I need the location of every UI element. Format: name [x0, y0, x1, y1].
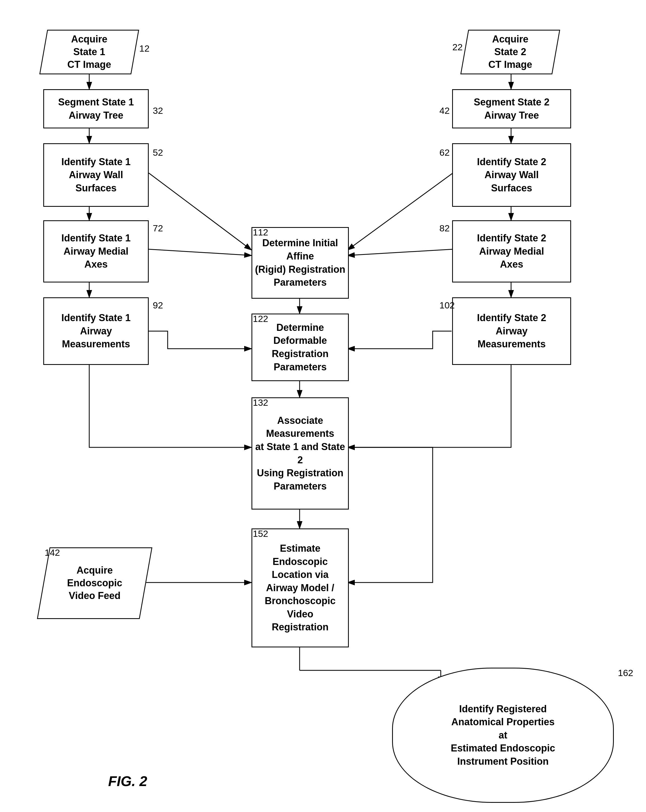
figure-label: FIG. 2 — [108, 773, 147, 789]
ref-seg1: 32 — [153, 105, 163, 116]
acquire-video: Acquire Endoscopic Video Feed — [37, 547, 153, 619]
ref-estimate: 152 — [253, 528, 268, 539]
ref-ct1: 12 — [139, 43, 150, 54]
wall-state1: Identify State 1 Airway Wall Surfaces — [43, 143, 149, 207]
ref-deform: 122 — [253, 314, 268, 324]
identify-registered: Identify Registered Anatomical Propertie… — [392, 668, 614, 803]
acquire-state2-ct: Acquire State 2 CT Image — [460, 30, 560, 74]
axes-state1: Identify State 1 Airway Medial Axes — [43, 220, 149, 282]
ref-affine: 112 — [253, 227, 268, 238]
ref-identify: 162 — [618, 668, 633, 678]
ref-axes1: 72 — [153, 223, 163, 234]
segment-state1: Segment State 1 Airway Tree — [43, 89, 149, 128]
axes-state2: Identify State 2 Airway Medial Axes — [452, 220, 571, 282]
ref-video: 142 — [44, 547, 60, 558]
ref-seg2: 42 — [440, 105, 450, 116]
ref-wall2: 62 — [440, 147, 450, 158]
svg-line-10 — [149, 249, 252, 255]
ref-assoc: 132 — [253, 397, 268, 408]
wall-state2: Identify State 2 Airway Wall Surfaces — [452, 143, 571, 207]
acquire-state1-ct: Acquire State 1 CT Image — [39, 30, 139, 74]
estimate-location: Estimate Endoscopic Location via Airway … — [252, 528, 349, 647]
svg-line-11 — [347, 173, 453, 250]
affine-registration: Determine Initial Affine (Rigid) Registr… — [252, 227, 349, 299]
ref-meas2: 102 — [440, 300, 455, 311]
meas-state1: Identify State 1 Airway Measurements — [43, 297, 149, 365]
ref-ct2: 22 — [452, 42, 463, 52]
ref-meas1: 92 — [153, 300, 163, 311]
svg-line-12 — [347, 249, 453, 255]
diagram-container: Acquire State 1 CT Image 12 Acquire Stat… — [16, 11, 630, 795]
meas-state2: Identify State 2 Airway Measurements — [452, 297, 571, 365]
ref-axes2: 82 — [440, 223, 450, 234]
associate-meas: Associate Measurements at State 1 and St… — [252, 397, 349, 510]
ref-wall1: 52 — [153, 147, 163, 158]
segment-state2: Segment State 2 Airway Tree — [452, 89, 571, 128]
svg-line-9 — [149, 173, 252, 250]
